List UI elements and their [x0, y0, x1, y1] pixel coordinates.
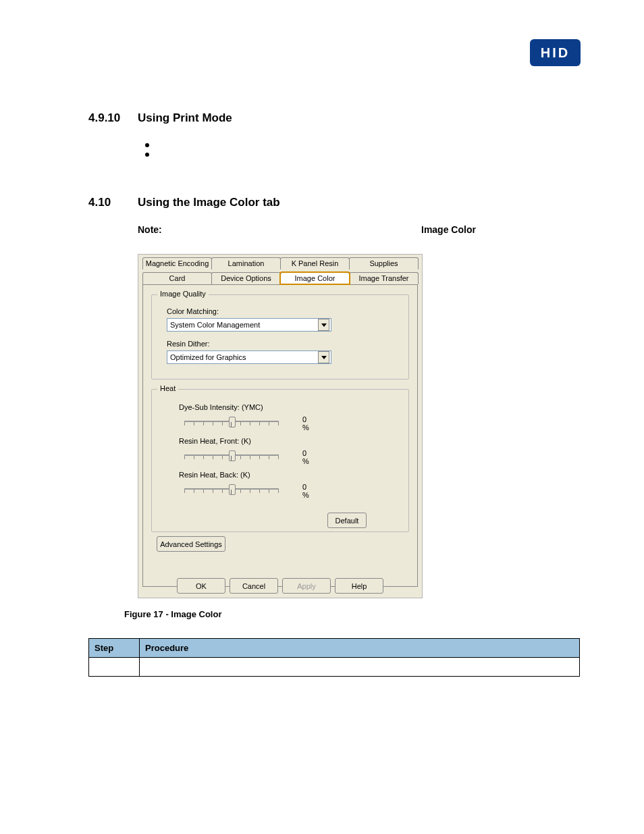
table-row	[89, 658, 580, 677]
label-resin-dither: Resin Dither:	[167, 340, 210, 348]
section-number-4-9-10: 4.9.10	[88, 111, 120, 125]
group-title-heat: Heat	[157, 384, 178, 392]
group-image-quality: Image Quality Color Matching: System Col…	[151, 294, 409, 380]
tab-body: Image Quality Color Matching: System Col…	[142, 284, 418, 587]
bullet-icon	[145, 143, 149, 147]
chevron-down-icon[interactable]	[318, 351, 329, 363]
table-header-procedure: Procedure	[140, 639, 580, 658]
table-header-step: Step	[89, 639, 140, 658]
label-color-matching: Color Matching:	[167, 307, 219, 315]
bullet-icon	[145, 153, 149, 157]
slider-resin-heat-front[interactable]: 0 %	[184, 450, 279, 456]
cancel-button[interactable]: Cancel	[230, 578, 278, 594]
section-title-using-print-mode: Using Print Mode	[138, 111, 232, 125]
slider-value-dye-sub: 0 %	[302, 415, 309, 432]
slider-dye-sub-intensity[interactable]: 0 %	[184, 417, 279, 422]
procedure-table: Step Procedure	[88, 638, 580, 677]
table-row: Step Procedure	[89, 639, 580, 658]
advanced-settings-button[interactable]: Advanced Settings	[157, 536, 225, 552]
group-heat: Heat Dye-Sub Intensity: (YMC) 0 % Resin …	[151, 389, 409, 532]
label-dye-sub-intensity: Dye-Sub Intensity: (YMC)	[179, 403, 263, 411]
note-line: Note: Image Color	[138, 224, 543, 235]
apply-button[interactable]: Apply	[282, 578, 331, 594]
tab-k-panel-resin[interactable]: K Panel Resin	[280, 257, 350, 269]
section-title-using-image-color-tab: Using the Image Color tab	[138, 196, 280, 209]
slider-value-resin-back: 0 %	[302, 483, 309, 499]
table-cell-procedure	[140, 658, 580, 677]
image-color-dialog: Magnetic Encoding Lamination K Panel Res…	[138, 254, 423, 598]
tab-image-transfer[interactable]: Image Transfer	[349, 272, 419, 284]
tab-magnetic-encoding[interactable]: Magnetic Encoding	[142, 257, 212, 269]
help-button[interactable]: Help	[335, 578, 383, 594]
tab-lamination[interactable]: Lamination	[211, 257, 281, 269]
group-title-image-quality: Image Quality	[157, 290, 209, 298]
tab-supplies[interactable]: Supplies	[349, 257, 419, 269]
label-resin-heat-back: Resin Heat, Back: (K)	[179, 471, 250, 479]
dialog-button-row: OK Cancel Apply Help	[138, 578, 422, 594]
bullet-list	[145, 138, 149, 162]
tabs-row-back: Magnetic Encoding Lamination K Panel Res…	[142, 257, 418, 269]
dropdown-resin-dither-value: Optimized for Graphics	[170, 353, 246, 361]
ok-button[interactable]: OK	[177, 578, 225, 594]
label-resin-heat-front: Resin Heat, Front: (K)	[179, 437, 251, 445]
tab-card[interactable]: Card	[142, 272, 212, 284]
dropdown-resin-dither[interactable]: Optimized for Graphics	[167, 350, 331, 364]
dropdown-color-matching-value: System Color Management	[170, 321, 260, 329]
hid-logo: HID	[530, 39, 581, 66]
chevron-down-icon[interactable]	[318, 319, 329, 331]
table-cell-step	[89, 658, 140, 677]
slider-resin-heat-back[interactable]: 0 %	[184, 484, 279, 490]
slider-value-resin-front: 0 %	[302, 449, 309, 465]
tab-device-options[interactable]: Device Options	[211, 272, 281, 284]
figure-caption: Figure 17 - Image Color	[124, 609, 221, 619]
note-image-color-label: Image Color	[421, 224, 476, 235]
section-number-4-10: 4.10	[88, 196, 111, 209]
note-label: Note:	[138, 224, 162, 235]
tab-image-color[interactable]: Image Color	[280, 272, 350, 284]
default-button[interactable]: Default	[327, 513, 367, 528]
tabs-row-front: Card Device Options Image Color Image Tr…	[142, 272, 418, 284]
document-page: HID 4.9.10 Using Print Mode 4.10 Using t…	[0, 0, 644, 834]
dropdown-color-matching[interactable]: System Color Management	[167, 318, 331, 332]
